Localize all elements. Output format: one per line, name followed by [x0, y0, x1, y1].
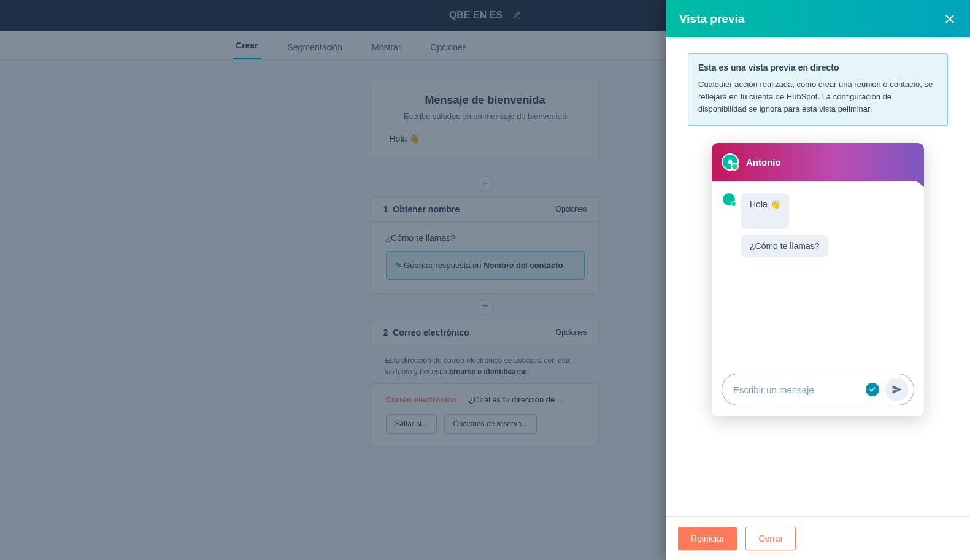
- chat-widget: Antonio Hola 👋 ¿Cómo te llamas?: [712, 143, 924, 416]
- chat-bubble-question: ¿Cómo te llamas?: [741, 235, 828, 257]
- chat-input-container: [722, 374, 914, 405]
- preview-header: Vista previa: [666, 0, 970, 37]
- agent-avatar: [722, 153, 739, 171]
- live-preview-banner: Esta es una vista previa en directo Cual…: [688, 53, 948, 126]
- close-button[interactable]: Cerrar: [745, 527, 796, 550]
- agent-name: Antonio: [746, 157, 781, 167]
- send-icon: [891, 384, 903, 395]
- preview-footer: Reiniciar Cerrar: [666, 516, 970, 560]
- chat-text-input[interactable]: [733, 385, 860, 395]
- restart-button[interactable]: Reiniciar: [678, 527, 737, 550]
- banner-body: Cualquier acción realizada, como crear u…: [698, 79, 937, 115]
- agent-avatar-small: [723, 193, 735, 205]
- close-icon[interactable]: [943, 12, 957, 26]
- chat-body: Hola 👋 ¿Cómo te llamas?: [712, 181, 924, 365]
- preview-panel: Vista previa Esta es una vista previa en…: [666, 0, 970, 560]
- chat-header: Antonio: [712, 143, 924, 181]
- preview-title: Vista previa: [679, 12, 744, 26]
- verified-badge-icon: [866, 383, 879, 396]
- svg-point-0: [728, 160, 733, 164]
- banner-title: Esta es una vista previa en directo: [698, 63, 937, 72]
- send-button[interactable]: [885, 378, 909, 401]
- chat-bubble-greeting: Hola 👋: [741, 193, 789, 229]
